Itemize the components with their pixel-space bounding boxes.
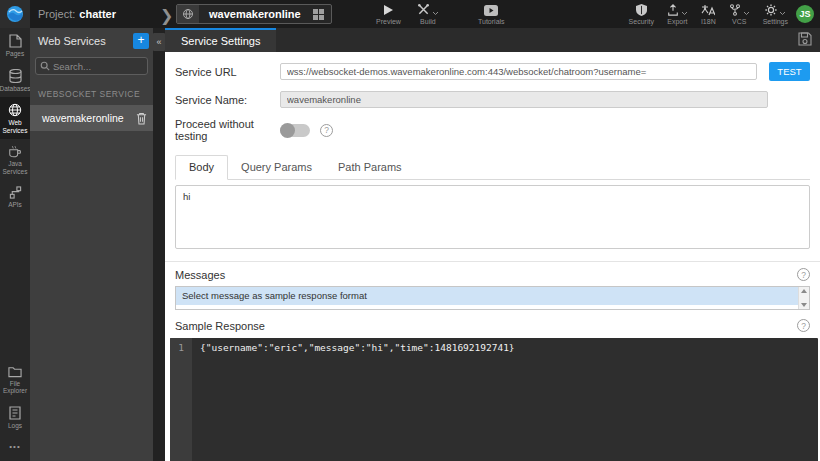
save-icon[interactable] xyxy=(798,32,812,46)
scroll-down-icon[interactable] xyxy=(801,303,807,307)
editor-tab-bar: Service Settings xyxy=(165,28,820,52)
service-search[interactable] xyxy=(35,57,148,75)
user-avatar[interactable]: JS xyxy=(796,5,814,23)
help-icon[interactable]: ? xyxy=(797,319,810,332)
build-button[interactable]: Build xyxy=(417,3,439,25)
toggle-knob xyxy=(280,123,295,138)
settings-button[interactable]: Settings xyxy=(763,3,788,25)
build-tools-icon xyxy=(417,3,430,16)
listbox-scrollbar[interactable] xyxy=(798,287,809,309)
project-prefix-label: Project: xyxy=(38,8,75,20)
sidebar-item-label: Pages xyxy=(6,50,24,58)
export-label: Export xyxy=(667,18,687,25)
sidebar-item-logs[interactable]: Logs xyxy=(0,400,30,435)
sidebar-spacer xyxy=(0,214,30,360)
service-tab-label: wavemakeronline xyxy=(199,8,311,20)
help-icon[interactable]: ? xyxy=(797,268,810,281)
line-number: 1 xyxy=(170,342,192,353)
gear-icon xyxy=(765,4,777,16)
export-button[interactable]: Export xyxy=(667,3,688,25)
service-url-input[interactable] xyxy=(280,63,757,80)
shield-icon xyxy=(636,3,647,16)
service-name-label: wavemakeronline xyxy=(42,112,136,124)
sample-response-header-row: Sample Response ? xyxy=(175,319,810,332)
breadcrumb-chevron-icon: ❯ xyxy=(160,6,173,25)
toolbar-right: Security Export I1 xyxy=(629,2,788,26)
panel-header: Web Services + xyxy=(30,28,153,54)
sidebar-item-label: Web Services xyxy=(0,119,30,134)
tutorials-button[interactable]: Tutorials xyxy=(478,3,505,25)
sidebar-item-label: Logs xyxy=(8,422,22,430)
settings-label: Settings xyxy=(763,18,788,25)
sidebar-item-label: APIs xyxy=(8,201,22,209)
search-icon xyxy=(40,61,50,71)
i18n-button[interactable]: I18N xyxy=(701,3,716,25)
main-area: Service Settings Service URL TEST Servic… xyxy=(165,28,820,461)
chevron-down-icon xyxy=(779,11,786,16)
wavemaker-logo[interactable] xyxy=(0,0,30,28)
top-bar: Project: chatter ❯ wavemakeronline Previ… xyxy=(0,0,820,28)
web-services-panel: Web Services + WEBSOCKET SERVICE wavemak… xyxy=(30,28,153,461)
sidebar-item-label: Java Services xyxy=(0,160,30,175)
service-url-label: Service URL xyxy=(175,66,280,78)
message-option-selected[interactable]: Select message as sample response format xyxy=(176,287,798,305)
coffee-cup-icon xyxy=(8,145,22,158)
sidebar-item-web-services[interactable]: Web Services xyxy=(0,97,30,139)
service-settings-form: Service URL TEST Service Name: Proceed w… xyxy=(165,62,820,461)
globe-icon xyxy=(177,5,199,23)
play-icon xyxy=(383,3,394,16)
service-name-input xyxy=(280,91,768,108)
api-connector-icon xyxy=(9,186,22,199)
vcs-button[interactable]: VCS xyxy=(729,3,750,25)
toolbar-left: Preview Build xyxy=(376,2,439,26)
collapse-panel-button[interactable]: « xyxy=(153,33,165,51)
sidebar-item-pages[interactable]: Pages xyxy=(0,28,30,63)
service-url-row: Service URL TEST xyxy=(175,62,810,81)
vcs-label: VCS xyxy=(732,18,746,25)
body-textarea[interactable]: hi xyxy=(175,185,810,249)
service-name-label: Service Name: xyxy=(175,94,280,106)
code-content[interactable]: {"username":"eric","message":"hi","time"… xyxy=(192,338,818,461)
wavemaker-studio: { "glyphs": { "plus": "+", "collapse": "… xyxy=(0,0,820,461)
add-service-button[interactable]: + xyxy=(133,33,149,49)
export-icon xyxy=(667,4,679,16)
sample-response-editor[interactable]: 1 {"username":"eric","message":"hi","tim… xyxy=(170,338,818,461)
test-button[interactable]: TEST xyxy=(769,62,810,81)
line-number-gutter: 1 xyxy=(170,338,192,461)
left-sidebar: Pages Databases Web Services Java Servic… xyxy=(0,28,30,461)
sidebar-item-file-explorer[interactable]: File Explorer xyxy=(0,360,30,400)
help-icon[interactable]: ? xyxy=(320,124,333,137)
sidebar-item-label: Databases xyxy=(0,85,31,93)
sample-response-label: Sample Response xyxy=(175,320,265,332)
sidebar-item-label: File Explorer xyxy=(0,380,30,395)
scroll-up-icon[interactable] xyxy=(801,289,807,293)
sidebar-item-apis[interactable]: APIs xyxy=(0,180,30,214)
security-button[interactable]: Security xyxy=(629,3,654,25)
tutorials-label: Tutorials xyxy=(478,18,505,25)
chevron-down-icon xyxy=(681,11,688,16)
messages-label: Messages xyxy=(175,269,225,281)
search-input[interactable] xyxy=(53,61,143,72)
service-list-item[interactable]: wavemakeronline xyxy=(30,105,153,131)
more-options-icon[interactable]: ••• xyxy=(0,434,30,461)
preview-label: Preview xyxy=(376,18,401,25)
proceed-label: Proceed without testing xyxy=(175,118,280,142)
request-tabs: Body Query Params Path Params xyxy=(175,155,810,180)
sidebar-item-java-services[interactable]: Java Services xyxy=(0,139,30,180)
tab-body[interactable]: Body xyxy=(175,155,228,180)
chevron-down-icon xyxy=(743,11,750,16)
grid-icon[interactable] xyxy=(311,9,331,20)
log-file-icon xyxy=(9,406,21,420)
tab-query-params[interactable]: Query Params xyxy=(228,156,325,179)
folder-icon xyxy=(8,366,22,378)
proceed-toggle[interactable] xyxy=(280,124,310,137)
open-service-tab[interactable]: wavemakeronline xyxy=(176,4,332,24)
trash-icon[interactable] xyxy=(136,112,147,125)
tab-service-settings[interactable]: Service Settings xyxy=(165,28,276,52)
page-icon xyxy=(9,34,22,48)
panel-collapse-strip: « xyxy=(153,28,165,461)
preview-button[interactable]: Preview xyxy=(376,3,401,25)
sidebar-item-databases[interactable]: Databases xyxy=(0,63,30,98)
tab-path-params[interactable]: Path Params xyxy=(325,156,415,179)
service-name-row: Service Name: xyxy=(175,91,810,108)
